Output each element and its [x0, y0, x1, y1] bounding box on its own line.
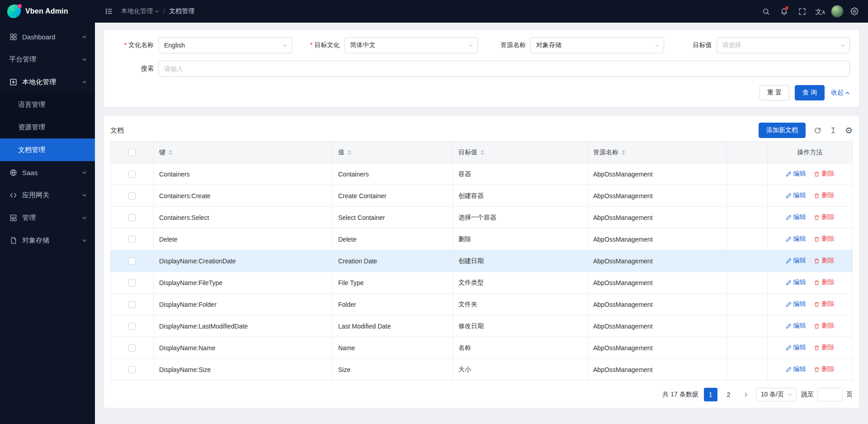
reset-button[interactable]: 重 置 — [760, 85, 789, 100]
row-checkbox[interactable] — [128, 257, 136, 265]
sort-icons — [622, 150, 625, 155]
globe-icon — [9, 168, 17, 176]
sidebar-item-localization[interactable]: 本地化管理 — [0, 71, 95, 93]
menu-label: 应用网关 — [22, 191, 49, 200]
sidebar-item-saas[interactable]: Saas — [0, 161, 95, 184]
row-checkbox[interactable] — [128, 344, 136, 352]
delete-button[interactable]: 删除 — [814, 322, 834, 330]
menu-fold-icon[interactable] — [102, 5, 116, 18]
delete-button[interactable]: 删除 — [814, 170, 834, 178]
delete-button[interactable]: 删除 — [814, 300, 834, 308]
row-checkbox[interactable] — [128, 323, 136, 330]
page-size-select[interactable]: 10 条/页 — [756, 388, 797, 401]
field-search: 搜索 — [113, 61, 850, 77]
sidebar-item-platform[interactable]: 平台管理 — [0, 48, 95, 71]
edit-button[interactable]: 编辑 — [786, 343, 806, 352]
column-settings-gear-icon[interactable]: ⚙ — [845, 126, 853, 135]
table-row[interactable]: DisplayName:CreationDate Creation Date 创… — [111, 250, 853, 272]
table-row[interactable]: Containers:Create Create Container 创建容器 … — [111, 185, 853, 207]
edit-button[interactable]: 编辑 — [786, 257, 806, 265]
settings-gear-icon[interactable] — [847, 4, 862, 19]
page-button-2[interactable]: 2 — [722, 388, 736, 401]
table-row[interactable]: Delete Delete 删除 AbpOssManagement 编辑 — [111, 229, 853, 250]
menu-label: Dashboard — [22, 33, 55, 41]
cell-value: Select Container — [333, 207, 453, 229]
row-checkbox[interactable] — [128, 171, 136, 178]
collapse-filter-link[interactable]: 收起 — [831, 89, 850, 97]
translate-icon[interactable]: 文A — [813, 4, 827, 19]
delete-button[interactable]: 删除 — [814, 257, 834, 265]
search-icon[interactable] — [759, 4, 773, 19]
pagination: 共 17 条数据 1 2 10 条/页 跳至 页 — [110, 388, 853, 401]
delete-button[interactable]: 删除 — [814, 343, 834, 352]
refresh-icon[interactable] — [814, 127, 821, 134]
cell-key: DisplayName:Folder — [154, 294, 333, 315]
next-page-button[interactable] — [740, 388, 752, 401]
pencil-icon — [786, 258, 792, 264]
cell-target-value: 修改日期 — [453, 315, 588, 337]
target-value-select[interactable]: 请选择 — [717, 37, 850, 53]
sidebar-item-object-storage[interactable]: 对象存储 — [0, 229, 95, 252]
search-input[interactable] — [158, 61, 850, 77]
delete-button[interactable]: 删除 — [814, 213, 834, 221]
chevron-down-icon — [82, 215, 87, 220]
edit-button[interactable]: 编辑 — [786, 322, 806, 330]
row-checkbox[interactable] — [128, 279, 136, 286]
row-checkbox[interactable] — [128, 366, 136, 373]
column-header-empty — [727, 142, 768, 163]
app-logo[interactable]: Vben Admin — [0, 0, 95, 23]
sidebar-item-app-gateway[interactable]: 应用网关 — [0, 184, 95, 206]
row-checkbox[interactable] — [128, 301, 136, 308]
edit-button[interactable]: 编辑 — [786, 365, 806, 373]
row-height-icon[interactable] — [830, 127, 837, 134]
edit-button[interactable]: 编辑 — [786, 278, 806, 286]
table-row[interactable]: DisplayName:LastModifiedDate Last Modifi… — [111, 315, 853, 337]
page-button-1[interactable]: 1 — [704, 388, 717, 401]
edit-button[interactable]: 编辑 — [786, 300, 806, 308]
user-avatar[interactable] — [831, 5, 844, 18]
delete-button[interactable]: 删除 — [814, 365, 834, 373]
cell-target-value: 文件夹 — [453, 294, 588, 315]
fullscreen-icon[interactable] — [795, 4, 809, 19]
cell-target-value: 容器 — [453, 163, 588, 185]
row-checkbox[interactable] — [128, 192, 136, 200]
target-culture-select[interactable]: 简体中文 — [344, 37, 478, 53]
delete-button[interactable]: 删除 — [814, 191, 834, 200]
breadcrumb-parent[interactable]: 本地化管理 — [121, 7, 159, 15]
table-row[interactable]: Containers Containers 容器 AbpOssManagemen… — [111, 163, 853, 185]
row-checkbox[interactable] — [128, 214, 136, 221]
column-header-target-value[interactable]: 目标值 — [453, 142, 588, 163]
edit-button[interactable]: 编辑 — [786, 170, 806, 178]
row-checkbox[interactable] — [128, 236, 136, 243]
edit-button[interactable]: 编辑 — [786, 213, 806, 221]
query-button[interactable]: 查 询 — [795, 85, 825, 100]
sidebar-item-language-management[interactable]: 语言管理 — [0, 93, 95, 116]
table-row[interactable]: DisplayName:Size Size 大小 AbpOssManagemen… — [111, 359, 853, 381]
field-label: 目标值 — [671, 41, 717, 49]
sidebar-item-document-management[interactable]: 文档管理 — [0, 138, 95, 161]
delete-button[interactable]: 删除 — [814, 235, 834, 243]
table-row[interactable]: DisplayName:Folder Folder 文件夹 AbpOssMana… — [111, 294, 853, 315]
add-document-button[interactable]: 添加新文档 — [759, 123, 806, 138]
table-row[interactable]: Containers:Select Select Container 选择一个容… — [111, 207, 853, 229]
edit-button[interactable]: 编辑 — [786, 191, 806, 200]
column-header-value[interactable]: 值 — [333, 142, 453, 163]
edit-button[interactable]: 编辑 — [786, 235, 806, 243]
resource-name-select[interactable]: 对象存储 — [530, 37, 664, 53]
culture-name-select[interactable]: English — [158, 37, 292, 53]
table-row[interactable]: DisplayName:Name Name 名称 AbpOssManagemen… — [111, 337, 853, 359]
page-jump-input[interactable] — [817, 388, 843, 401]
filter-panel: 文化名称 English 目标文化 简体中文 — [104, 30, 859, 107]
select-all-checkbox[interactable] — [128, 149, 136, 156]
table-row[interactable]: DisplayName:FileType File Type 文件类型 AbpO… — [111, 272, 853, 294]
cell-resource-name: AbpOssManagement — [588, 337, 727, 359]
delete-button[interactable]: 删除 — [814, 278, 834, 286]
column-header-resource-name[interactable]: 资源名称 — [588, 142, 727, 163]
sidebar-item-resource-management[interactable]: 资源管理 — [0, 116, 95, 138]
sidebar-item-management[interactable]: 管理 — [0, 206, 95, 229]
cell-actions: 编辑 删除 — [768, 294, 853, 315]
notification-bell-icon[interactable] — [777, 4, 791, 19]
sidebar-item-dashboard[interactable]: Dashboard — [0, 25, 95, 48]
field-label: 文化名称 — [113, 41, 158, 49]
column-header-key[interactable]: 键 — [154, 142, 333, 163]
